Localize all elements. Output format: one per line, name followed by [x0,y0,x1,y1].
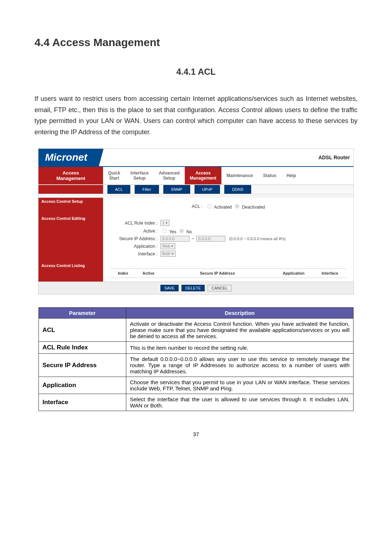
subtab-upnp[interactable]: UPnP [195,185,220,194]
listing-h-application: Application [274,271,314,275]
listing-h-secure: Secure IP Address [161,271,274,275]
param-name: Interface [39,394,126,411]
section-bar-editing: Access Control Editing [38,215,103,262]
acl-activated-text: Activated [214,205,232,210]
parameter-table: Parameter Description ACL Activate or de… [38,307,354,411]
active-radio-no[interactable]: No [177,227,192,234]
th-parameter: Parameter [39,308,126,319]
param-desc: The default 0.0.0.0~0.0.0.0 allows any u… [126,354,354,377]
acl-radio-activated[interactable]: Activated [205,203,232,210]
tab-maintenance[interactable]: Maintenance [221,169,258,182]
section-bar-setup: Access Control Setup [38,198,103,215]
listing-header-row: Index Active Secure IP Address Applicati… [110,268,346,278]
param-desc: Activate or deactivate the Access Contro… [126,319,354,342]
param-desc: Select the interface that the user is al… [126,394,354,411]
subtab-acl[interactable]: ACL [107,185,130,194]
interface-label: Interface : [110,251,160,257]
side-tab-line1: Access [38,170,103,176]
param-name: Application [39,377,126,394]
param-desc: Choose the services that you permit to u… [126,377,354,394]
tab-advanced-setup[interactable]: Advanced Setup [154,167,184,184]
param-name: Secure IP Address [39,354,126,377]
brand-logo: Micronet [38,149,98,166]
section-heading: 4.4 Access Management [34,36,358,49]
rule-index-label: ACL Rule Index : [110,221,160,226]
param-name: ACL Rule Index [39,342,126,354]
rule-index-select[interactable]: 1 ▾ [160,220,170,226]
section-bar-listing: Access Control Listing [38,262,103,282]
side-tab-access-mgmt[interactable]: Access Management [38,167,103,184]
th-description: Description [126,308,354,319]
tab-quick-start[interactable]: Quick Start [103,167,125,184]
table-row: Application Choose the services that you… [39,377,354,394]
ip-to-input[interactable] [196,236,225,242]
listing-h-index: Index [110,271,136,275]
active-label: Active : [110,229,160,234]
tab-access-management[interactable]: Access Management [185,167,221,184]
table-row: ACL Activate or deactivate the Access Co… [39,319,354,342]
router-ui-screenshot: Micronet ADSL Router Access Management Q… [38,148,354,295]
subtab-ddns[interactable]: DDNS [224,185,251,194]
interface-select[interactable]: Both ▾ [160,251,176,257]
ip-sep: ~ [192,236,194,241]
listing-h-active: Active [136,271,161,275]
ip-from-input[interactable] [160,236,189,242]
tab-status[interactable]: Status [258,169,282,182]
param-desc: This is the item number to record the se… [126,342,354,354]
button-row: SAVE DELETE CANCEL [38,282,354,294]
cancel-button[interactable]: CANCEL [208,285,232,291]
intro-paragraph: If users want to restrict users from acc… [34,93,358,138]
tab-help[interactable]: Help [281,169,301,182]
acl-label: ACL : [192,204,203,209]
acl-deactivated-text: Deactivated [242,205,265,210]
tab-interface-setup[interactable]: Interface Setup [125,167,154,184]
save-button[interactable]: SAVE [160,285,179,291]
table-row: ACL Rule Index This is the item number t… [39,342,354,354]
device-type-label: ADSL Router [318,155,350,160]
subsection-heading: 4.4.1 ACL [34,67,358,77]
active-radio-yes[interactable]: Yes [160,227,176,234]
side-spacer [38,185,103,194]
param-name: ACL [39,319,126,342]
subtab-filter[interactable]: Filter [135,185,159,194]
table-row: Interface Select the interface that the … [39,394,354,411]
acl-radio-deactivated[interactable]: Deactivated [233,203,265,210]
ip-note: (0.0.0.0 ~ 0.0.0.0 means all IPs) [229,237,286,241]
delete-button[interactable]: DELETE [181,285,205,291]
side-tab-line2: Management [38,176,103,181]
page-number: 37 [34,431,358,437]
listing-h-interface: Interface [314,271,346,275]
application-select[interactable]: Web ▾ [160,243,175,249]
secure-ip-label: Secure IP Address : [110,236,160,241]
subtab-snmp[interactable]: SNMP [163,185,190,194]
application-label: Application : [110,244,160,249]
table-row: Secure IP Address The default 0.0.0.0~0.… [39,354,354,377]
